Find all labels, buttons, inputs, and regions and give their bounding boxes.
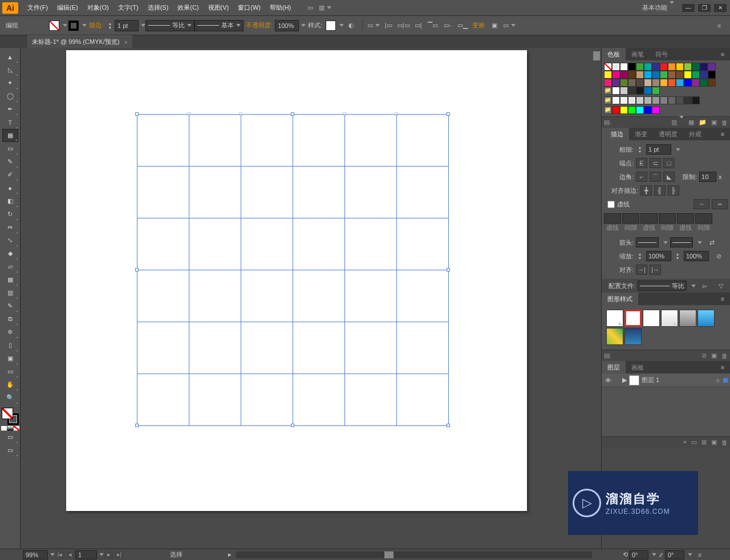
- tool-rotate[interactable]: ↻: [2, 208, 18, 221]
- swatch-39[interactable]: [692, 79, 700, 87]
- stroke-menu-icon[interactable]: ≡: [716, 128, 729, 140]
- stroke-weight-drop[interactable]: [141, 24, 145, 27]
- swatch-27[interactable]: [708, 71, 716, 79]
- gstyle-3[interactable]: [643, 310, 660, 327]
- prev-artboard[interactable]: ◂: [66, 551, 75, 559]
- tab-swatches[interactable]: 色板: [602, 48, 626, 60]
- swatch-11[interactable]: [692, 63, 700, 71]
- layers-menu-icon[interactable]: ≡: [716, 361, 729, 374]
- align-stroke-outside[interactable]: ╟: [668, 185, 679, 196]
- tab-layers[interactable]: 图层: [602, 361, 626, 374]
- isolate-icon[interactable]: ▣: [488, 19, 501, 32]
- break-link-icon[interactable]: ⊘: [701, 352, 707, 359]
- tool-paintbrush[interactable]: ✎: [2, 155, 18, 168]
- arrow-align-1[interactable]: →|: [636, 265, 647, 275]
- scale-stepper[interactable]: ▲▼: [636, 250, 643, 262]
- align-right-icon[interactable]: ▭|: [411, 19, 425, 32]
- menu-effect[interactable]: 效果(C): [173, 1, 203, 14]
- tool-zoom[interactable]: 🔍: [2, 391, 18, 404]
- swatch-28[interactable]: [604, 79, 612, 87]
- target-icon[interactable]: ○: [716, 377, 720, 384]
- gstyle-libraries-icon[interactable]: ▤.: [604, 352, 611, 359]
- dash-1[interactable]: [604, 213, 621, 224]
- dash-3[interactable]: [677, 213, 694, 224]
- swatch-4[interactable]: [636, 63, 644, 71]
- swatch-15[interactable]: [612, 71, 620, 79]
- weight-stepper[interactable]: ▲▼: [636, 143, 643, 156]
- swatch-33[interactable]: [644, 79, 652, 87]
- swatch-40[interactable]: [700, 79, 708, 87]
- swatch-r4-5[interactable]: [652, 87, 660, 95]
- swatch-38[interactable]: [684, 79, 692, 87]
- bright-2[interactable]: [628, 106, 636, 114]
- graphic-style-swatch[interactable]: [326, 21, 336, 31]
- swatch-37[interactable]: [676, 79, 684, 87]
- close-tab-icon[interactable]: ×: [124, 39, 128, 46]
- fill-swatch[interactable]: [49, 21, 59, 31]
- artboard-num-drop[interactable]: [99, 553, 104, 556]
- corner-round[interactable]: ⌒: [650, 172, 661, 182]
- delete-layer-icon[interactable]: 🗑: [721, 439, 728, 446]
- gap-3[interactable]: [695, 213, 712, 224]
- swatch-r4-0[interactable]: [612, 87, 620, 95]
- tool-blend[interactable]: ⧉: [2, 313, 18, 326]
- locate-icon[interactable]: ⌖: [683, 439, 687, 446]
- tool-blob-brush[interactable]: ●: [2, 181, 18, 194]
- swatch-16[interactable]: [620, 71, 628, 79]
- tool-rectangle[interactable]: ▭: [2, 142, 18, 155]
- gstyle-4[interactable]: ◣: [661, 310, 678, 327]
- window-maximize[interactable]: ❐: [698, 4, 711, 12]
- gray-7[interactable]: [668, 96, 676, 104]
- gstyle-7[interactable]: [606, 328, 623, 345]
- swatch-34[interactable]: [652, 79, 660, 87]
- swatch-17[interactable]: [628, 71, 636, 79]
- menu-help[interactable]: 帮助(H): [265, 1, 295, 14]
- new-layer-icon[interactable]: ▣: [711, 439, 717, 446]
- swap-arrows-icon[interactable]: ⇄: [705, 236, 719, 249]
- zoom-drop[interactable]: [50, 553, 55, 556]
- draw-mode-icon[interactable]: ▭: [2, 431, 18, 444]
- swatch-32[interactable]: [636, 79, 644, 87]
- swatch-41[interactable]: [708, 79, 716, 87]
- delete-gstyle-icon[interactable]: 🗑: [721, 352, 728, 359]
- stroke-profile-drop[interactable]: 等比: [638, 281, 687, 291]
- swatch-7[interactable]: [660, 63, 668, 71]
- swatch-r4-4[interactable]: [644, 87, 652, 95]
- tool-lasso[interactable]: ◯: [2, 90, 18, 103]
- swatch-13[interactable]: [708, 63, 716, 71]
- swatch-12[interactable]: [700, 63, 708, 71]
- tool-eyedropper[interactable]: ✎: [2, 299, 18, 313]
- recolor-icon[interactable]: ◐: [344, 19, 358, 32]
- tool-width[interactable]: ⇔: [2, 221, 18, 234]
- tool-gradient[interactable]: ▥: [2, 286, 18, 299]
- swatch-24[interactable]: [684, 71, 692, 79]
- swatch-22[interactable]: [668, 71, 676, 79]
- canvas-area[interactable]: [21, 48, 601, 549]
- swatch-0[interactable]: [604, 63, 612, 71]
- shear-input[interactable]: 0°: [665, 550, 684, 559]
- workspace-switcher[interactable]: 基本功能: [638, 1, 679, 14]
- mask-icon[interactable]: ▭: [502, 19, 516, 32]
- scale-stepper2[interactable]: ▲▼: [674, 250, 681, 262]
- status-menu-icon[interactable]: ≡: [693, 549, 707, 561]
- align-vcenter-icon[interactable]: ▭-: [441, 19, 455, 32]
- swatch-9[interactable]: [676, 63, 684, 71]
- swatches-menu-icon[interactable]: ≡: [716, 48, 729, 60]
- swatch-6[interactable]: [652, 63, 660, 71]
- last-artboard[interactable]: ▸|: [115, 551, 124, 559]
- dashed-checkbox[interactable]: [607, 201, 615, 208]
- tool-rectangular-grid[interactable]: ▦: [2, 129, 18, 142]
- swatch-21[interactable]: [660, 71, 668, 79]
- link-scale-icon[interactable]: ⊘: [712, 250, 725, 262]
- corner-miter[interactable]: ⌐: [636, 172, 647, 182]
- arrow-scale-end[interactable]: 100%: [684, 251, 709, 261]
- bright-4[interactable]: [644, 106, 652, 114]
- tool-type[interactable]: T: [2, 116, 18, 129]
- window-minimize[interactable]: —: [682, 4, 695, 12]
- miter-limit-input[interactable]: 10: [699, 172, 716, 182]
- brush-def-drop[interactable]: 基本: [194, 20, 244, 31]
- search-icon[interactable]: ▭: [303, 2, 317, 14]
- cap-butt[interactable]: E: [636, 158, 647, 168]
- fill-stroke-indicator[interactable]: [2, 408, 19, 425]
- gray-9[interactable]: [684, 96, 692, 104]
